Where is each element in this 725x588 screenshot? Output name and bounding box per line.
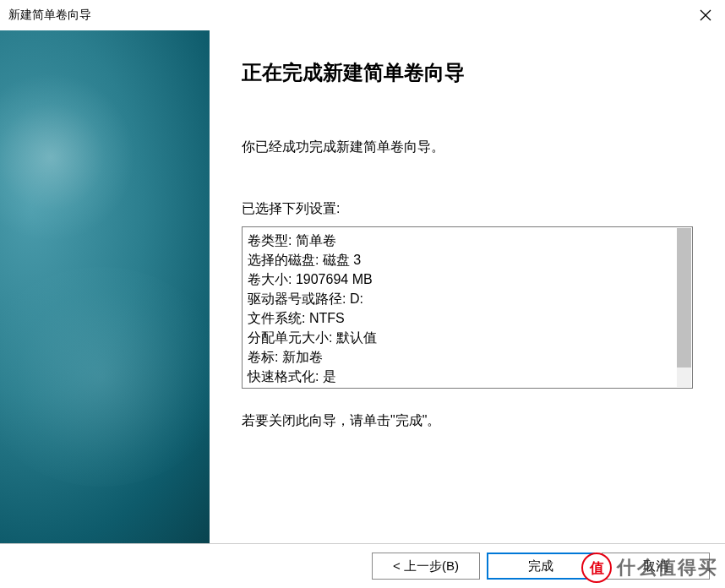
page-heading: 正在完成新建简单卷向导: [242, 59, 693, 86]
close-button[interactable]: [686, 0, 725, 30]
settings-listbox[interactable]: 卷类型: 简单卷选择的磁盘: 磁盘 3卷大小: 1907694 MB驱动器号或路…: [242, 226, 693, 389]
scrollbar[interactable]: [677, 228, 691, 387]
settings-line: 卷类型: 简单卷: [248, 231, 687, 250]
window-title: 新建简单卷向导: [8, 8, 91, 23]
settings-label: 已选择下列设置:: [242, 200, 693, 218]
settings-line: 卷大小: 1907694 MB: [248, 270, 687, 289]
wizard-content: 正在完成新建简单卷向导 你已经成功完成新建简单卷向导。 已选择下列设置: 卷类型…: [210, 30, 725, 543]
wizard-sidebar-image: [0, 30, 210, 543]
back-button[interactable]: < 上一步(B): [372, 553, 480, 580]
close-icon: [700, 9, 711, 21]
settings-line: 快速格式化: 是: [248, 367, 687, 386]
titlebar: 新建简单卷向导: [0, 0, 725, 30]
settings-line: 卷标: 新加卷: [248, 347, 687, 367]
finish-button[interactable]: 完成: [487, 553, 595, 580]
cancel-button[interactable]: 取消: [602, 553, 710, 580]
closing-text: 若要关闭此向导，请单击"完成"。: [242, 412, 693, 430]
button-bar: < 上一步(B) 完成 取消: [0, 544, 725, 588]
settings-line: 选择的磁盘: 磁盘 3: [248, 250, 687, 270]
settings-line: 分配单元大小: 默认值: [248, 328, 687, 347]
settings-line: 文件系统: NTFS: [248, 308, 687, 328]
scrollbar-thumb[interactable]: [677, 228, 691, 368]
intro-text: 你已经成功完成新建简单卷向导。: [242, 139, 693, 156]
settings-line: 驱动器号或路径: D:: [248, 289, 687, 308]
dialog-body: 正在完成新建简单卷向导 你已经成功完成新建简单卷向导。 已选择下列设置: 卷类型…: [0, 30, 725, 544]
